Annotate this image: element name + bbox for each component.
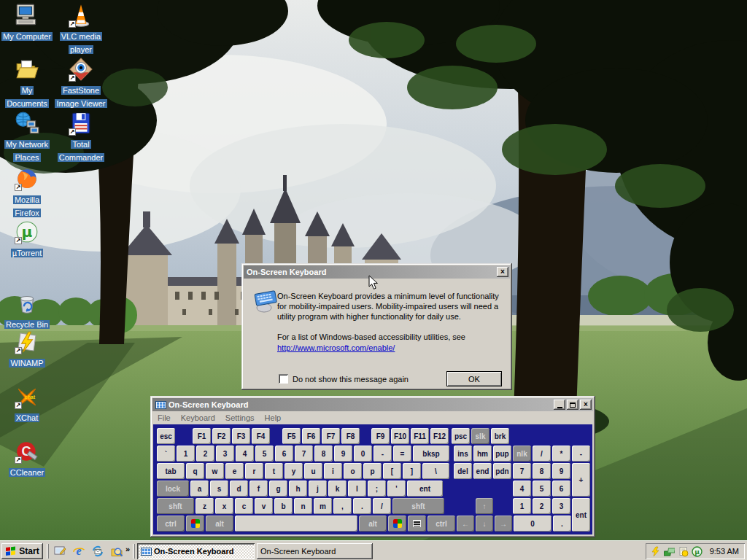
key-j[interactable]: j [309, 481, 327, 497]
key-0[interactable]: 0 [354, 446, 372, 462]
key-hm[interactable]: hm [473, 446, 492, 462]
key-h[interactable]: h [289, 481, 307, 497]
key-down[interactable]: ↓ [476, 516, 493, 532]
key-np-0[interactable]: 0 [514, 516, 551, 532]
key-shft-r[interactable]: shft [392, 498, 444, 514]
key-backslash[interactable]: \ [422, 463, 449, 479]
taskbar-button-osk[interactable]: On-Screen Keyboard [137, 543, 255, 559]
key-ctrl-r[interactable]: ctrl [427, 516, 455, 532]
key-q[interactable]: q [186, 463, 204, 479]
key-F9[interactable]: F9 [371, 428, 390, 444]
key-win-l[interactable] [186, 516, 204, 532]
quicklaunch-handle[interactable] [47, 544, 49, 559]
clock[interactable]: 9:53 AM [710, 547, 739, 556]
menu-settings[interactable]: Settings [220, 413, 260, 422]
key-9[interactable]: 9 [334, 446, 352, 462]
key-ctrl[interactable]: ctrl [157, 516, 185, 532]
key-F4[interactable]: F4 [252, 428, 270, 444]
key-ent[interactable]: ent [407, 481, 443, 497]
key-5[interactable]: 5 [255, 446, 274, 462]
close-button[interactable]: × [580, 400, 592, 410]
key-F7[interactable]: F7 [322, 428, 340, 444]
key-del[interactable]: del [454, 463, 472, 479]
quicklaunch-internet-explorer-icon[interactable]: e [71, 544, 86, 559]
key-ins[interactable]: ins [454, 446, 472, 462]
tray-utorrent-icon[interactable]: µ [692, 546, 703, 557]
key-7[interactable]: 7 [295, 446, 313, 462]
key-x[interactable]: x [215, 498, 233, 514]
menu-help[interactable]: Help [260, 413, 287, 422]
key-np-4[interactable]: 4 [513, 481, 531, 497]
desktop-icon-my-documents[interactable]: My Documents [1, 57, 53, 109]
key-nlk[interactable]: nlk [513, 446, 531, 462]
key-4[interactable]: 4 [236, 446, 254, 462]
desktop-icon-vlc[interactable]: ↗ VLC media player [55, 3, 107, 55]
key-np-5[interactable]: 5 [533, 481, 551, 497]
key-F2[interactable]: F2 [212, 428, 231, 444]
key-t[interactable]: t [265, 463, 283, 479]
key-.[interactable]: . [353, 498, 371, 514]
key-p[interactable]: p [363, 463, 382, 479]
key-1[interactable]: 1 [177, 446, 195, 462]
key-up[interactable]: ↑ [476, 498, 493, 514]
desktop-icon-total-commander[interactable]: ↗ Total Commander [55, 111, 107, 163]
key-np-6[interactable]: 6 [552, 481, 570, 497]
key-`[interactable]: ` [157, 446, 175, 462]
key-pdn[interactable]: pdn [493, 463, 511, 479]
key-,[interactable]: , [333, 498, 352, 514]
key-8[interactable]: 8 [314, 446, 333, 462]
key-v[interactable]: v [255, 498, 273, 514]
key-np-2[interactable]: 2 [533, 498, 551, 514]
key-F5[interactable]: F5 [282, 428, 301, 444]
minimize-button[interactable] [554, 400, 565, 410]
key-F10[interactable]: F10 [391, 428, 409, 444]
key-np-divide[interactable]: / [533, 446, 551, 462]
quicklaunch-show-desktop-icon[interactable] [53, 544, 67, 559]
desktop-icon-utorrent[interactable]: µ ↗ µTorrent [1, 219, 53, 259]
taskbar-button-osk-dialog[interactable]: On-Screen Keyboard [257, 543, 373, 559]
ok-button[interactable]: OK [446, 371, 502, 386]
key-e[interactable]: e [225, 463, 244, 479]
key-alt[interactable]: alt [206, 516, 233, 532]
key-3[interactable]: 3 [216, 446, 234, 462]
menu-keyboard[interactable]: Keyboard [176, 413, 220, 422]
quicklaunch-viewer-icon[interactable] [109, 544, 124, 559]
key-np-dot[interactable]: . [553, 516, 571, 532]
start-button[interactable]: Start [1, 543, 43, 559]
key-;[interactable]: ; [368, 481, 386, 497]
dialog-close-button[interactable]: × [497, 267, 508, 277]
key-F6[interactable]: F6 [302, 428, 320, 444]
key-F12[interactable]: F12 [430, 428, 449, 444]
tray-network-icon[interactable] [664, 546, 675, 557]
desktop-icon-my-network-places[interactable]: My Network Places [1, 111, 53, 163]
tray-notes-icon[interactable] [678, 546, 689, 557]
key-np-3[interactable]: 3 [552, 498, 570, 514]
desktop-icon-recycle-bin[interactable]: Recycle Bin [1, 291, 53, 330]
key-=[interactable]: = [393, 446, 411, 462]
key-i[interactable]: i [324, 463, 342, 479]
key-slk[interactable]: slk [471, 428, 489, 444]
key-d[interactable]: d [230, 481, 248, 497]
key-l[interactable]: l [348, 481, 366, 497]
key-b[interactable]: b [274, 498, 293, 514]
key-np-7[interactable]: 7 [513, 463, 531, 479]
key-lock[interactable]: lock [157, 481, 189, 497]
key-space[interactable] [235, 516, 357, 532]
key-shft[interactable]: shft [157, 498, 194, 514]
key-'[interactable]: ' [387, 481, 406, 497]
key-right[interactable]: → [495, 516, 512, 532]
desktop-icon-faststone[interactable]: ↗ FastStone Image Viewer [55, 57, 107, 109]
key-pup[interactable]: pup [493, 446, 511, 462]
key-np-plus[interactable]: + [572, 463, 590, 497]
dont-show-again-checkbox[interactable] [279, 374, 288, 384]
osk-titlebar[interactable]: On-Screen Keyboard × [152, 398, 593, 411]
key-brk[interactable]: brk [491, 428, 509, 444]
key-end[interactable]: end [473, 463, 492, 479]
key-menu[interactable] [408, 516, 426, 532]
key-m[interactable]: m [314, 498, 332, 514]
key-2[interactable]: 2 [196, 446, 214, 462]
key-np-multiply[interactable]: * [552, 446, 570, 462]
key-/[interactable]: / [373, 498, 391, 514]
key-np-1[interactable]: 1 [513, 498, 531, 514]
desktop-icon-ccleaner[interactable]: C ↗ CCleaner [1, 439, 53, 478]
